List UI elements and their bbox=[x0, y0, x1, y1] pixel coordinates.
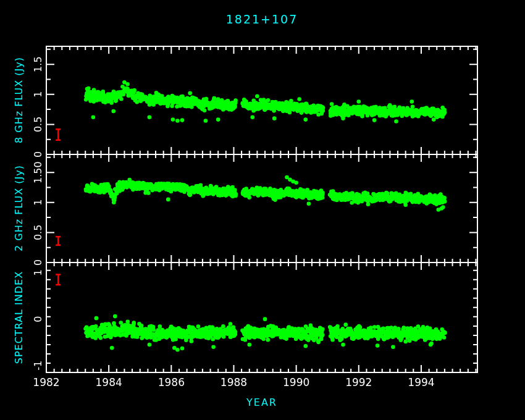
y-axis-label-spectral-index: SPECTRAL INDEX bbox=[13, 271, 25, 364]
chart-title: 1821+107 bbox=[226, 12, 298, 26]
plot-canvas bbox=[0, 0, 525, 420]
y-axis-label-8ghz-flux: 8 GHz FLUX (Jy) bbox=[13, 57, 25, 143]
y-axis-label-2ghz-flux: 2 GHz FLUX (Jy) bbox=[13, 165, 25, 251]
light-curve-figure: 1821+107 8 GHz FLUX (Jy) 2 GHz FLUX (Jy)… bbox=[0, 0, 525, 420]
x-axis-label-year: YEAR bbox=[246, 397, 277, 408]
